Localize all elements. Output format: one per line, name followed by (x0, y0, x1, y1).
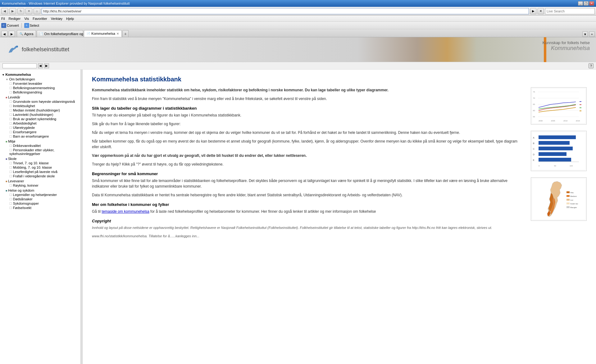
para3: Slik går du fram for å lage liknende tab… (92, 121, 525, 127)
tabs-scroll-right[interactable]: ▶ (9, 31, 15, 37)
sidebar-item-drikkevann[interactable]: Drikkevannkvalitet (1, 143, 79, 148)
menu-fil[interactable]: Fil (1, 17, 5, 20)
menu-favoritter[interactable]: Favoritter (33, 17, 47, 20)
tab-agora[interactable]: 🔍 Agora (17, 30, 36, 37)
refresh-button[interactable]: ↻ (17, 8, 24, 14)
sidebar-item-median-inntekt[interactable]: Median inntekt (husholdninger) (1, 108, 79, 112)
sidebar-item-dodsarsaker[interactable]: Dødsårsaker (1, 197, 79, 201)
svg-text:Lav: Lav (570, 199, 573, 201)
svg-text:Svært lav: Svært lav (570, 203, 578, 205)
svg-text:Medium: Medium (570, 195, 577, 197)
tagline-bottom: Kommunehelsa (543, 45, 590, 52)
svg-text:75: 75 (533, 91, 535, 93)
minimize-button[interactable]: _ (578, 1, 583, 6)
close-button[interactable]: ✕ (589, 1, 594, 6)
address-bar[interactable] (42, 8, 529, 14)
sidebar-item-grunnskole[interactable]: Grunnskole som høyeste utdanningsnivå (1, 99, 79, 104)
convert-button[interactable]: C Convert (1, 23, 19, 28)
tagline-top: Kunnskap for folkets helse (543, 40, 590, 45)
sidebar-category-levevaner[interactable]: Levevaner (1, 178, 79, 183)
sidebar-item-forventet-levealder[interactable]: Forventet levealder (1, 81, 79, 86)
live-search-input[interactable] (545, 8, 595, 14)
sidebar-item-om-befolkningen[interactable]: Om befolkningen (1, 77, 79, 81)
charts-column: 75 70 65 60 55 (531, 87, 587, 242)
sidebar-item-mobbing[interactable]: Mobbing, 7. og 10. klasse (1, 165, 79, 170)
stop-button[interactable]: ✕ (25, 8, 32, 14)
restore-button[interactable]: ❐ (584, 1, 589, 6)
site-search-btn-2[interactable]: ▶ (44, 63, 49, 68)
svg-point-0 (16, 46, 18, 48)
line-chart-box: 75 70 65 60 55 (531, 87, 587, 125)
svg-text:0: 0 (539, 165, 540, 167)
sidebar-item-legemidler[interactable]: Legemidler og helsetjenester (1, 193, 79, 197)
sidebar-item-befolkningsendring[interactable]: Befolkningsendring (1, 90, 79, 94)
go-button[interactable]: ▶ (530, 8, 536, 14)
browser-title-bar: Kommunehelsa - Windows Internet Explorer… (0, 0, 596, 7)
sidebar-category-miljo[interactable]: Miljø (1, 139, 79, 143)
tab-folkehelse-icon: 📄 (39, 32, 43, 35)
toolbar-bar: C Convert S Select (0, 22, 596, 29)
temaside-link[interactable]: temaside om kommunehelsa (102, 209, 149, 214)
menu-rediger[interactable]: Rediger (9, 17, 21, 20)
sidebar-category-skole[interactable]: Skole (1, 156, 79, 161)
sidebar-category-levekar[interactable]: Levekår (1, 94, 79, 99)
tabs-scroll-left[interactable]: ◀ (1, 31, 7, 37)
svg-text:A: A (533, 137, 535, 139)
svg-text:D: D (533, 153, 535, 156)
site-search-btn-1[interactable]: ◀ (38, 63, 43, 68)
tab-kommunehelsa-close[interactable]: ✕ (116, 32, 119, 35)
copyright-heading: Copyright (92, 219, 525, 223)
para9: Gå til temaside om kommunehelsa for å la… (92, 209, 525, 214)
sidebar-item-barn-av-enseforsorgere[interactable]: Barn av enseforsørgere (1, 134, 79, 139)
sidebar-item-leseferdighet[interactable]: Leseferdighet på laveste nivå (1, 170, 79, 174)
warning-bold: Vær oppmerksom på at når du har gjort et… (92, 153, 307, 158)
help-button[interactable]: ? (589, 63, 594, 68)
main-container: Kommunehelsa Om befolkningen Forventet l… (0, 70, 596, 364)
svg-text:2005: 2005 (551, 120, 555, 122)
sidebar-item-enseforsorgere[interactable]: Enseforsørgere (1, 130, 79, 134)
site-search-input[interactable] (2, 63, 37, 68)
sidebar-item-trivsel[interactable]: Trivsel, 7. og 10. klasse (1, 161, 79, 165)
tab-kommunehelsa[interactable]: 📄 Kommunehelsa ✕ (84, 30, 121, 37)
bar-chart-box: A B C D E 0 50 100 (531, 131, 587, 171)
quick-tabs-button[interactable]: ▼ (582, 31, 588, 37)
menu-vis[interactable]: Vis (24, 17, 29, 20)
sidebar-item-arbeidsledighet[interactable]: Arbeidsledighet (1, 121, 79, 125)
menu-hjelp[interactable]: Hjelp (66, 17, 74, 20)
select-button[interactable]: S Select (24, 23, 39, 28)
sidebar-item-sykdomsgrupper[interactable]: Sykdomsgrupper (1, 201, 79, 206)
forward-button[interactable]: ▶ (9, 8, 16, 14)
line-chart-svg: 75 70 65 60 55 (532, 89, 585, 123)
sidebar-category-helse[interactable]: Helse og sykdom (1, 188, 79, 193)
sidebar-item-frafall[interactable]: Frafall i videregående skole (1, 174, 79, 178)
sidebar-item-fodselsvekt[interactable]: Fødselsvekt (1, 206, 79, 210)
svg-rect-41 (566, 206, 570, 208)
sidebar-item-lavinntekt[interactable]: Lavinntekt (husholdninger) (1, 112, 79, 117)
home-button[interactable]: ⌂ (34, 8, 40, 14)
add-tab-button[interactable]: + (589, 31, 595, 37)
sidebar-item-gradert-sykemelding[interactable]: Bruk av gradert sykemelding (1, 117, 79, 121)
sidebar-root-item[interactable]: Kommunehelsa (1, 72, 79, 77)
sidebar-item-personskader[interactable]: Personskader etter ulykker, sykehusinnle… (1, 148, 79, 156)
sidebar-item-befolkningssammensetning[interactable]: Befolkningssammensetning (1, 86, 79, 90)
sidebar-item-inntektsulighet[interactable]: Inntektsulighet (1, 104, 79, 108)
para-warning: Vær oppmerksom på at når du har gjort et… (92, 153, 525, 158)
svg-rect-23 (539, 158, 571, 162)
section-heading-3: Mer om folkehelse i kommuner og fylker (92, 202, 525, 207)
menu-verktoy[interactable]: Verktøy (51, 17, 62, 20)
svg-rect-15 (580, 101, 581, 102)
select-label: Select (30, 24, 39, 27)
para9-pre: Gå til (92, 209, 102, 214)
new-tab-button[interactable]: + (122, 30, 129, 37)
svg-text:65: 65 (533, 103, 535, 105)
back-button[interactable]: ◀ (1, 8, 8, 14)
tab-folkehelse[interactable]: 📄 Om folkehelseprofliare og Ko... (37, 30, 83, 37)
sidebar-item-uforetrygdede[interactable]: Uføretrygdede (1, 125, 79, 130)
svg-text:55: 55 (533, 116, 535, 118)
sidebar-item-royking[interactable]: Røyking, kvinner (1, 183, 79, 188)
browser-window-controls: _ ❐ ✕ (578, 1, 594, 6)
site-tagline: Kunnskap for folkets helse Kommunehelsa (543, 40, 590, 52)
svg-text:B: B (533, 142, 535, 144)
line-chart-container: 75 70 65 60 55 (532, 89, 585, 123)
tab-kommunehelsa-icon: 📄 (87, 32, 90, 35)
